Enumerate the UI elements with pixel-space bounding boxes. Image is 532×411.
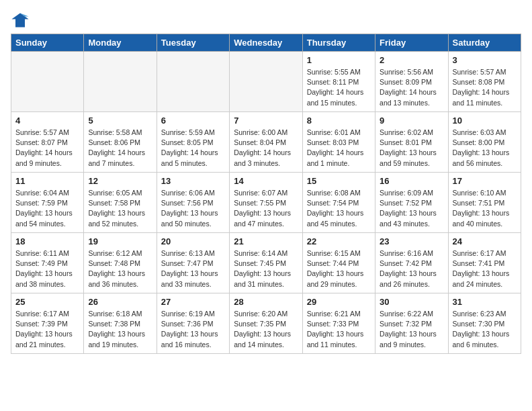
day-info: Sunrise: 6:18 AMSunset: 7:38 PMDaylight:… xyxy=(88,309,152,350)
day-number: 29 xyxy=(307,297,371,307)
calendar-cell: 10Sunrise: 6:03 AMSunset: 8:00 PMDayligh… xyxy=(448,112,521,173)
calendar-cell xyxy=(230,52,302,112)
day-info: Sunrise: 5:58 AMSunset: 8:06 PMDaylight:… xyxy=(88,128,152,169)
calendar-cell: 28Sunrise: 6:20 AMSunset: 7:35 PMDayligh… xyxy=(230,293,302,354)
calendar-cell: 19Sunrise: 6:12 AMSunset: 7:48 PMDayligh… xyxy=(84,233,157,293)
calendar-cell: 6Sunrise: 5:59 AMSunset: 8:05 PMDaylight… xyxy=(157,112,229,173)
day-info: Sunrise: 6:03 AMSunset: 8:00 PMDaylight:… xyxy=(453,128,517,169)
day-number: 17 xyxy=(453,176,517,186)
calendar-cell: 25Sunrise: 6:17 AMSunset: 7:39 PMDayligh… xyxy=(11,293,84,354)
day-number: 22 xyxy=(307,236,371,246)
svg-marker-0 xyxy=(11,13,28,28)
day-number: 15 xyxy=(307,176,371,186)
day-number: 16 xyxy=(380,176,443,186)
calendar-cell: 31Sunrise: 6:23 AMSunset: 7:30 PMDayligh… xyxy=(448,293,521,354)
page-header xyxy=(11,11,521,30)
calendar-cell: 17Sunrise: 6:10 AMSunset: 7:51 PMDayligh… xyxy=(448,173,521,233)
day-info: Sunrise: 5:59 AMSunset: 8:05 PMDaylight:… xyxy=(161,128,225,169)
day-info: Sunrise: 6:09 AMSunset: 7:52 PMDaylight:… xyxy=(380,188,443,229)
weekday-header: Wednesday xyxy=(230,34,302,52)
calendar-week-row: 1Sunrise: 5:55 AMSunset: 8:11 PMDaylight… xyxy=(11,52,521,112)
day-info: Sunrise: 5:57 AMSunset: 8:07 PMDaylight:… xyxy=(15,128,79,169)
calendar-cell: 14Sunrise: 6:07 AMSunset: 7:55 PMDayligh… xyxy=(230,173,302,233)
day-info: Sunrise: 6:11 AMSunset: 7:49 PMDaylight:… xyxy=(15,248,79,289)
day-number: 6 xyxy=(161,116,225,126)
day-info: Sunrise: 6:16 AMSunset: 7:42 PMDaylight:… xyxy=(380,248,443,289)
day-info: Sunrise: 6:17 AMSunset: 7:39 PMDaylight:… xyxy=(15,309,79,350)
day-number: 28 xyxy=(234,297,298,307)
day-number: 2 xyxy=(380,55,443,65)
calendar-cell: 23Sunrise: 6:16 AMSunset: 7:42 PMDayligh… xyxy=(375,233,448,293)
day-number: 24 xyxy=(453,236,517,246)
day-number: 26 xyxy=(88,297,152,307)
day-info: Sunrise: 6:06 AMSunset: 7:56 PMDaylight:… xyxy=(161,188,225,229)
calendar-header-row: SundayMondayTuesdayWednesdayThursdayFrid… xyxy=(11,34,521,52)
day-number: 25 xyxy=(15,297,79,307)
calendar-week-row: 18Sunrise: 6:11 AMSunset: 7:49 PMDayligh… xyxy=(11,233,521,293)
day-info: Sunrise: 6:14 AMSunset: 7:45 PMDaylight:… xyxy=(234,248,298,289)
calendar-cell: 5Sunrise: 5:58 AMSunset: 8:06 PMDaylight… xyxy=(84,112,157,173)
calendar-cell: 30Sunrise: 6:22 AMSunset: 7:32 PMDayligh… xyxy=(375,293,448,354)
day-number: 13 xyxy=(161,176,225,186)
day-info: Sunrise: 6:20 AMSunset: 7:35 PMDaylight:… xyxy=(234,309,298,350)
day-number: 11 xyxy=(15,176,79,186)
calendar-cell xyxy=(84,52,157,112)
day-number: 31 xyxy=(453,297,517,307)
logo-icon xyxy=(11,11,30,30)
day-number: 18 xyxy=(15,236,79,246)
calendar-cell: 1Sunrise: 5:55 AMSunset: 8:11 PMDaylight… xyxy=(302,52,375,112)
calendar-week-row: 4Sunrise: 5:57 AMSunset: 8:07 PMDaylight… xyxy=(11,112,521,173)
calendar-cell: 26Sunrise: 6:18 AMSunset: 7:38 PMDayligh… xyxy=(84,293,157,354)
calendar-week-row: 11Sunrise: 6:04 AMSunset: 7:59 PMDayligh… xyxy=(11,173,521,233)
day-number: 9 xyxy=(380,116,443,126)
calendar-body: 1Sunrise: 5:55 AMSunset: 8:11 PMDaylight… xyxy=(11,52,521,354)
day-info: Sunrise: 6:01 AMSunset: 8:03 PMDaylight:… xyxy=(307,128,371,169)
day-number: 10 xyxy=(453,116,517,126)
day-number: 23 xyxy=(380,236,443,246)
day-number: 30 xyxy=(380,297,443,307)
logo xyxy=(11,11,31,30)
calendar-cell: 7Sunrise: 6:00 AMSunset: 8:04 PMDaylight… xyxy=(230,112,302,173)
day-info: Sunrise: 6:02 AMSunset: 8:01 PMDaylight:… xyxy=(380,128,443,169)
day-info: Sunrise: 6:13 AMSunset: 7:47 PMDaylight:… xyxy=(161,248,225,289)
calendar-cell: 21Sunrise: 6:14 AMSunset: 7:45 PMDayligh… xyxy=(230,233,302,293)
day-number: 3 xyxy=(453,55,517,65)
day-info: Sunrise: 6:05 AMSunset: 7:58 PMDaylight:… xyxy=(88,188,152,229)
calendar-cell: 27Sunrise: 6:19 AMSunset: 7:36 PMDayligh… xyxy=(157,293,229,354)
calendar-week-row: 25Sunrise: 6:17 AMSunset: 7:39 PMDayligh… xyxy=(11,293,521,354)
calendar-cell: 29Sunrise: 6:21 AMSunset: 7:33 PMDayligh… xyxy=(302,293,375,354)
calendar-cell: 9Sunrise: 6:02 AMSunset: 8:01 PMDaylight… xyxy=(375,112,448,173)
weekday-header: Thursday xyxy=(302,34,375,52)
day-info: Sunrise: 6:12 AMSunset: 7:48 PMDaylight:… xyxy=(88,248,152,289)
day-info: Sunrise: 6:00 AMSunset: 8:04 PMDaylight:… xyxy=(234,128,298,169)
day-number: 8 xyxy=(307,116,371,126)
day-number: 5 xyxy=(88,116,152,126)
day-number: 19 xyxy=(88,236,152,246)
calendar-cell xyxy=(157,52,229,112)
day-number: 21 xyxy=(234,236,298,246)
day-info: Sunrise: 6:15 AMSunset: 7:44 PMDaylight:… xyxy=(307,248,371,289)
calendar-cell: 3Sunrise: 5:57 AMSunset: 8:08 PMDaylight… xyxy=(448,52,521,112)
calendar-cell: 22Sunrise: 6:15 AMSunset: 7:44 PMDayligh… xyxy=(302,233,375,293)
day-info: Sunrise: 6:17 AMSunset: 7:41 PMDaylight:… xyxy=(453,248,517,289)
calendar-cell: 12Sunrise: 6:05 AMSunset: 7:58 PMDayligh… xyxy=(84,173,157,233)
calendar-cell xyxy=(11,52,84,112)
day-number: 27 xyxy=(161,297,225,307)
day-info: Sunrise: 6:23 AMSunset: 7:30 PMDaylight:… xyxy=(453,309,517,350)
day-info: Sunrise: 6:04 AMSunset: 7:59 PMDaylight:… xyxy=(15,188,79,229)
day-info: Sunrise: 5:56 AMSunset: 8:09 PMDaylight:… xyxy=(380,67,443,108)
day-info: Sunrise: 6:08 AMSunset: 7:54 PMDaylight:… xyxy=(307,188,371,229)
calendar-cell: 11Sunrise: 6:04 AMSunset: 7:59 PMDayligh… xyxy=(11,173,84,233)
day-number: 14 xyxy=(234,176,298,186)
calendar-cell: 8Sunrise: 6:01 AMSunset: 8:03 PMDaylight… xyxy=(302,112,375,173)
day-info: Sunrise: 6:22 AMSunset: 7:32 PMDaylight:… xyxy=(380,309,443,350)
day-info: Sunrise: 6:21 AMSunset: 7:33 PMDaylight:… xyxy=(307,309,371,350)
day-number: 4 xyxy=(15,116,79,126)
weekday-header: Monday xyxy=(84,34,157,52)
day-number: 7 xyxy=(234,116,298,126)
calendar-cell: 13Sunrise: 6:06 AMSunset: 7:56 PMDayligh… xyxy=(157,173,229,233)
weekday-header: Saturday xyxy=(448,34,521,52)
day-info: Sunrise: 6:19 AMSunset: 7:36 PMDaylight:… xyxy=(161,309,225,350)
calendar-cell: 2Sunrise: 5:56 AMSunset: 8:09 PMDaylight… xyxy=(375,52,448,112)
calendar-cell: 16Sunrise: 6:09 AMSunset: 7:52 PMDayligh… xyxy=(375,173,448,233)
